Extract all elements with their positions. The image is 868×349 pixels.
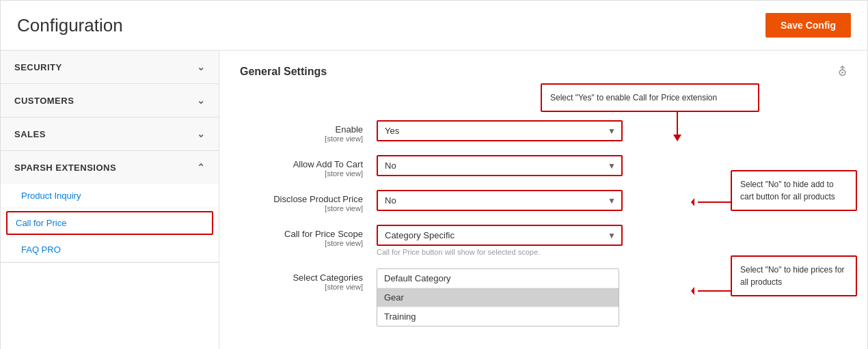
tooltip-add-to-cart: Select "No" to hide add to cart button f… [731,170,857,211]
sidebar-section-header-sales[interactable]: SALES ⌄ [1,117,219,150]
sidebar-section-sparsh: SPARSH EXTENSIONS ⌃ Product Inquiry Call… [1,151,219,263]
sidebar-section-label-sparsh: SPARSH EXTENSIONS [14,163,116,173]
scope-hint: Call for Price button will show for sele… [377,248,623,256]
collapse-icon[interactable]: ⛢ [838,64,847,79]
sidebar-section-label-security: SECURITY [14,62,62,72]
sidebar-items-sparsh: Product Inquiry Call for Price FAQ PRO [1,184,219,262]
form-control-disclose-price: No Yes ▼ [377,190,623,211]
svg-marker-3 [691,198,694,206]
sidebar-section-header-sparsh[interactable]: SPARSH EXTENSIONS ⌃ [1,151,219,184]
sidebar-section-label-customers: CUSTOMERS [14,96,74,106]
svg-marker-5 [691,287,694,295]
sidebar-section-label-sales: SALES [14,129,46,139]
form-label-categories: Select Categories [store view] [240,268,377,291]
sidebar-section-header-security[interactable]: SECURITY ⌄ [1,51,219,83]
form-control-categories: Default Category Gear Training [377,268,623,326]
chevron-up-icon: ⌃ [197,162,206,173]
form-control-scope: Category Specific All Products ▼ Call fo… [377,225,623,256]
sidebar-item-call-for-price[interactable]: Call for Price [6,211,213,235]
content-area: General Settings ⛢ Select "Yes" to enabl… [219,51,867,349]
form-row-enable: Enable [store view] Yes No ▼ [240,120,847,143]
sidebar-item-product-inquiry[interactable]: Product Inquiry [1,184,219,208]
section-title: General Settings [240,66,327,78]
save-config-button[interactable]: Save Config [765,13,851,38]
category-item-default[interactable]: Default Category [377,269,619,288]
form-control-enable: Yes No ▼ [377,120,623,141]
form-label-scope: Call for Price Scope [store view] [240,225,377,247]
disclose-price-select[interactable]: No Yes [378,191,621,210]
enable-select[interactable]: Yes No [378,122,621,140]
category-item-gear[interactable]: Gear [377,288,619,307]
disclose-price-select-wrapper: No Yes ▼ [377,190,623,211]
sidebar-section-header-customers[interactable]: CUSTOMERS ⌄ [1,84,219,117]
sidebar-item-faq-pro[interactable]: FAQ PRO [1,238,219,262]
tooltip-add-to-cart-arrow [691,197,732,207]
sidebar-section-sales: SALES ⌄ [1,117,219,151]
category-item-training[interactable]: Training [377,307,619,326]
form-row-scope: Call for Price Scope [store view] Catego… [240,225,847,256]
form-label-add-to-cart: Allow Add To Cart [store view] [240,155,377,178]
form-label-enable: Enable [store view] [240,120,377,143]
sidebar-section-security: SECURITY ⌄ [1,51,219,84]
add-to-cart-select[interactable]: No Yes [378,156,621,175]
form-label-disclose-price: Disclose Product Price [store view] [240,190,377,212]
section-header-row: General Settings ⛢ [240,64,847,79]
scope-select-wrapper: Category Specific All Products ▼ [377,225,623,246]
tooltip-disclose-price: Select "No" to hide prices for all produ… [731,255,857,296]
tooltip-disclose-price-arrow [691,286,732,296]
enable-select-wrapper: Yes No ▼ [377,120,623,141]
chevron-down-icon: ⌄ [197,128,206,139]
form-control-add-to-cart: No Yes ▼ [377,155,623,176]
add-to-cart-select-wrapper: No Yes ▼ [377,155,623,176]
categories-list: Default Category Gear Training [377,268,619,326]
page-title: Configuration [17,15,123,36]
sidebar: SECURITY ⌄ CUSTOMERS ⌄ SALES ⌄ [1,51,219,349]
scope-select[interactable]: Category Specific All Products [378,226,621,245]
tooltip-enable: Select "Yes" to enable Call for Price ex… [541,83,759,112]
svg-marker-1 [673,135,681,141]
chevron-down-icon: ⌄ [197,95,206,106]
sidebar-section-customers: CUSTOMERS ⌄ [1,84,219,117]
chevron-down-icon: ⌄ [197,61,206,72]
